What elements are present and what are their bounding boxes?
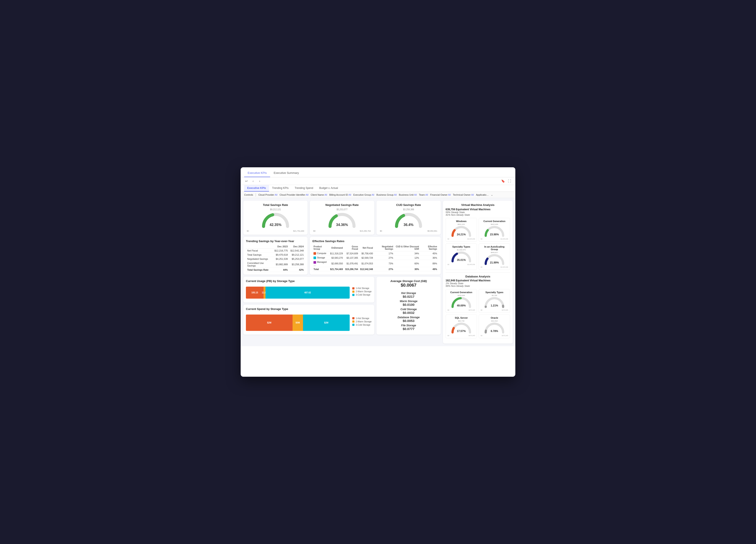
- vm-stats: 639,759 Equivalent Virtual Machines 59% …: [446, 208, 510, 216]
- effective-savings-table: Product Group OnDemand Gross Fiscal Net …: [312, 244, 438, 271]
- filter-bar: Controls | Cloud Provider All Cloud Prov…: [241, 192, 515, 198]
- undo-icon[interactable]: ↩: [244, 179, 249, 183]
- table-row: Negotiated Savings $4,251,539 $5,253,077: [246, 257, 305, 261]
- table-row: Total Savings $9,470,618 $9,212,121: [246, 253, 305, 257]
- svg-text:23.98%: 23.98%: [490, 233, 499, 236]
- negotiated-savings-top: $5,253,077: [312, 208, 371, 211]
- filter-executive-group[interactable]: Executive Group All: [353, 193, 374, 196]
- spend-warm-bar: $0M: [293, 315, 303, 331]
- negotiated-savings-title: Negotiated Savings Rate: [312, 203, 371, 206]
- cud-savings-svg: 36.4%: [393, 211, 424, 228]
- svg-text:42.35%: 42.35%: [270, 223, 281, 226]
- card-avg-storage-cost: Average Storage Cost (GB) $0.0067 Hot St…: [376, 277, 441, 335]
- effective-savings-title: Effective Savings Rates: [312, 239, 438, 243]
- svg-text:24.21%: 24.21%: [457, 233, 466, 236]
- sub-tab-executive-kpis[interactable]: Executive KPIs: [244, 185, 269, 191]
- trending-col-dec2024: Dec 2024: [289, 244, 305, 249]
- app-window: Executive KPIs Executive Summary ↩ ‹ › 🔖…: [241, 167, 515, 377]
- filter-cloud-provider-id[interactable]: Cloud Provider Identifier All: [280, 193, 309, 196]
- storage-spend-chart: $2M $0M $2M 1-Hot Storage 2-Warm Storage: [246, 312, 372, 331]
- warm-storage-cost: Warm Storage $0.0100: [379, 300, 438, 307]
- db-mini-gauges: Current Generation $255,999 49.69% $0$47…: [446, 289, 510, 338]
- sub-tab-trending-kpis[interactable]: Trending KPIs: [269, 185, 292, 191]
- sub-tab-trending-spend[interactable]: Trending Spend: [292, 185, 316, 191]
- filter-application[interactable]: Applicatio…: [476, 193, 489, 196]
- main-content: Total Savings Rate $9,212,121 42.35% $0 …: [241, 198, 515, 346]
- tab-executive-kpis[interactable]: Executive KPIs: [244, 169, 270, 177]
- legend-warm: 2-Warm Storage: [352, 290, 372, 293]
- negotiated-savings-svg: 34.36%: [327, 211, 357, 228]
- filter-billing-account[interactable]: Billing Account ID All: [329, 193, 351, 196]
- filter-cloud-provider[interactable]: Cloud Provider All: [258, 193, 277, 196]
- storage-hot-bar: 105.15: [246, 287, 264, 299]
- filter-expand[interactable]: ⌄: [491, 193, 493, 196]
- vm-gauge-current-gen: Current Generation $922,409 23.98% $0$3,…: [479, 218, 510, 242]
- spend-hot-bar: $2M: [246, 315, 293, 331]
- card-total-savings-rate: Total Savings Rate $9,212,121 42.35% $0 …: [243, 201, 308, 235]
- eff-row-total: Total $21,754,469 $15,286,764 $12,542,34…: [312, 267, 438, 271]
- avg-cost-section: Average Storage Cost (GB) $0.0067 Hot St…: [379, 280, 438, 331]
- vm-gauge-windows: Windows $931,201 24.21% $0$3,845,836: [446, 218, 477, 242]
- hot-storage-cost: Hot Storage $0.0217: [379, 292, 438, 299]
- negotiated-savings-amounts: $0 $15,286,764: [312, 230, 371, 232]
- trending-title: Trending Savings by Year-over-Year: [246, 239, 305, 243]
- card-cud-savings-rate: CUD Savings Rate $3,258,388 36.4% $0 $8,…: [376, 201, 441, 235]
- filter-team[interactable]: Team All: [419, 193, 428, 196]
- right-panel: Virtual Machine Analysis 639,759 Equival…: [443, 201, 513, 344]
- total-savings-top: $9,212,121: [246, 208, 305, 211]
- expand-icon[interactable]: ⛶: [507, 179, 512, 183]
- cud-savings-amounts: $0 $8,950,861: [379, 230, 438, 232]
- avg-cost-title: Average Storage Cost (GB): [379, 280, 438, 283]
- vm-gauge-autoscaling: In an AutoScaling Group $845,817 21.99% …: [479, 243, 510, 270]
- forward-icon[interactable]: ›: [257, 179, 262, 183]
- db-analysis-title: Database Analysis: [446, 273, 510, 278]
- filter-controls[interactable]: Controls: [244, 193, 253, 196]
- filter-business-group[interactable]: Business Group All: [376, 193, 397, 196]
- filter-financial-owner[interactable]: Financial Owner All: [430, 193, 451, 196]
- db-gauge-specialty: Specialty Types $5,706 1.21% $0$470,945: [479, 289, 510, 313]
- card-negotiated-savings-rate: Negotiated Savings Rate $5,253,077 34.36…: [310, 201, 374, 235]
- filter-client-name[interactable]: Client Name All: [311, 193, 327, 196]
- toolbar: ↩ ‹ › 🔖 ⛶: [241, 177, 515, 185]
- db-storage-cost: Database Storage $0.0053: [379, 316, 438, 323]
- legend-cold: 3-Cold Storage: [352, 294, 372, 296]
- cud-savings-top: $3,258,388: [379, 208, 438, 211]
- legend-hot: 1-Hot Storage: [352, 287, 372, 290]
- sub-tabs: Executive KPIs Trending KPIs Trending Sp…: [241, 185, 515, 192]
- cold-storage-cost: Cold Storage $0.0032: [379, 308, 438, 315]
- back-icon[interactable]: ‹: [251, 179, 255, 183]
- storage-usage-bar: 105.15 11.09 487.62: [246, 287, 350, 299]
- storage-warm-bar: 11.09: [264, 287, 266, 299]
- db-gauge-oracle: Oracle $31,918 6.78% $0$470,945: [479, 315, 510, 338]
- eff-row-managed: Managed … $2,690,550 $1,078,491 $1,074,5…: [312, 260, 438, 267]
- spend-legend-hot: 1-Hot Storage: [352, 317, 372, 320]
- card-effective-savings: Effective Savings Rates Product Group On…: [310, 237, 441, 275]
- sub-tab-budget-actual[interactable]: Budget v. Actual: [316, 185, 341, 191]
- avg-cost-value: $0.0067: [379, 283, 438, 288]
- storage-usage-title: Current Usage (PB) by Storage Type: [246, 280, 372, 283]
- eff-row-storage: Storage $3,583,270 $3,137,305 $2,569,728…: [312, 255, 438, 260]
- storage-usage-legend: 1-Hot Storage 2-Warm Storage 3-Cold Stor…: [352, 287, 372, 296]
- db-gauge-sql-server: SQL Server $82,730 17.57% $0$470,945: [446, 315, 477, 338]
- storage-spend-legend: 1-Hot Storage 2-Warm Storage 3-Cold Stor…: [352, 317, 372, 326]
- svg-text:49.69%: 49.69%: [457, 304, 466, 307]
- tab-executive-summary[interactable]: Executive Summary: [270, 169, 302, 177]
- total-savings-svg: 42.35%: [260, 211, 291, 228]
- bookmark-icon[interactable]: 🔖: [501, 179, 505, 183]
- trending-col-dec2023: Dec 2023: [273, 244, 289, 249]
- table-row: Total Savings Rate 44% 42%: [246, 268, 305, 272]
- filter-business-unit[interactable]: Business Unit All: [399, 193, 417, 196]
- filter-technical-owner[interactable]: Technical Owner All: [453, 193, 474, 196]
- trending-table: Dec 2023 Dec 2024 Net Fiscal $12,216,775…: [246, 244, 305, 272]
- vm-mini-gauges: Windows $931,201 24.21% $0$3,845,836 Cur…: [446, 218, 510, 270]
- title-bar: Executive KPIs Executive Summary: [241, 167, 515, 177]
- vm-gauge-specialty: Specialty Types $1,346,575 35.01% $0$3,8…: [446, 243, 477, 270]
- svg-text:21.99%: 21.99%: [490, 261, 499, 264]
- file-storage-cost: File Storage $0.0777: [379, 324, 438, 331]
- svg-text:36.4%: 36.4%: [404, 223, 414, 226]
- card-storage-usage: Current Usage (PB) by Storage Type 105.1…: [243, 277, 374, 303]
- db-stats: 162,948 Equivalent Virtual Machines 1% S…: [446, 279, 510, 287]
- card-storage-spend: Current Spend by Storage Type $2M $0M $2…: [243, 305, 374, 335]
- trending-col-label: [246, 244, 273, 249]
- top-tabs: Executive KPIs Executive Summary: [244, 169, 512, 177]
